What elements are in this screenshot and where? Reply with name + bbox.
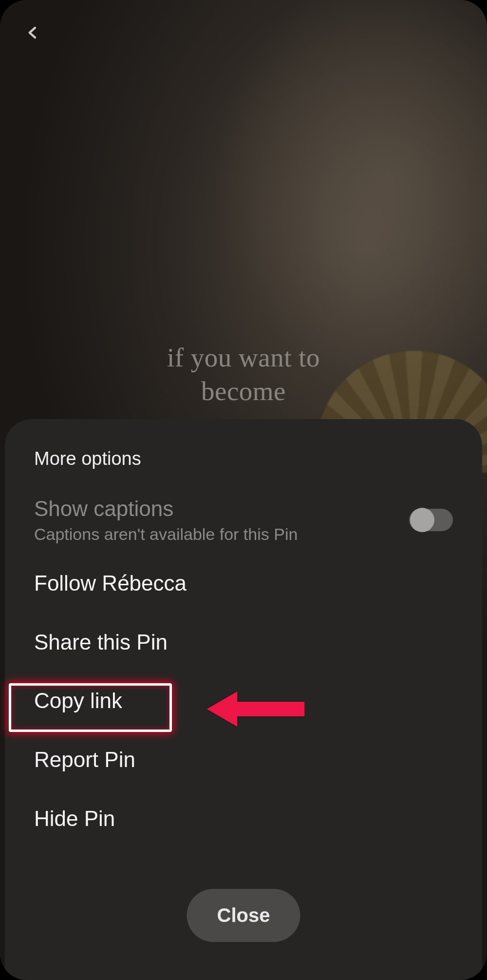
copy-link-item[interactable]: Copy link [34, 688, 453, 714]
close-button[interactable]: Close [187, 889, 300, 942]
captions-label: Show captions [34, 496, 298, 522]
sheet-title: More options [34, 448, 453, 469]
back-button[interactable] [20, 20, 45, 45]
report-pin-item[interactable]: Report Pin [34, 747, 453, 773]
captions-sublabel: Captions aren't available for this Pin [34, 525, 298, 544]
hide-pin-item[interactable]: Hide Pin [34, 806, 453, 832]
captions-toggle[interactable] [409, 509, 453, 531]
chevron-left-icon [25, 22, 40, 43]
app-screen: if you want to become More options Show … [0, 0, 487, 980]
toggle-knob [410, 508, 434, 532]
more-options-sheet: More options Show captions Captions aren… [5, 419, 482, 980]
captions-text: Show captions Captions aren't available … [34, 496, 298, 544]
show-captions-row: Show captions Captions aren't available … [34, 496, 453, 544]
share-pin-item[interactable]: Share this Pin [34, 630, 453, 655]
follow-user-item[interactable]: Follow Rébecca [34, 571, 453, 596]
